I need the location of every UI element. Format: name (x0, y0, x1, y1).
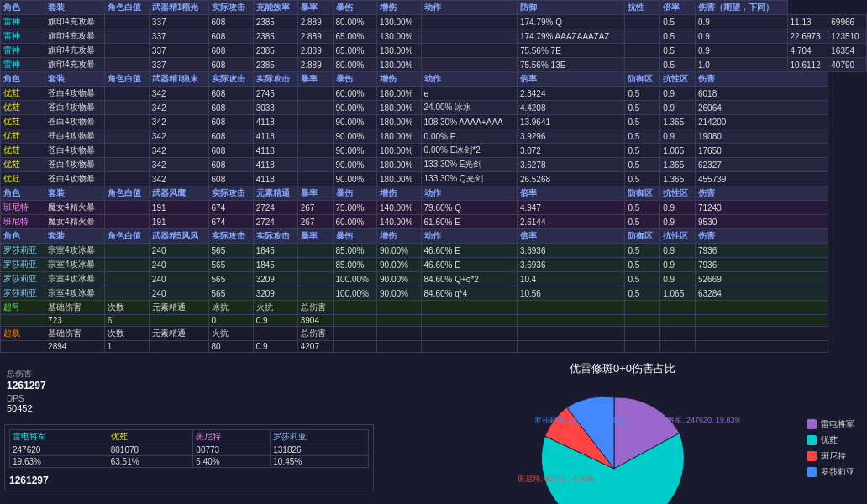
table-row: 优荭 苍白4攻物暴 342 608 2745 60.00% 180.00% e … (1, 87, 867, 101)
total-dmg-value: 1261297 (7, 380, 371, 391)
grand-total: 1261297 (9, 475, 369, 486)
skill-row-2-data: 2894 1 80 0.9 4207 (1, 341, 867, 353)
char-pct-row: 19.63% 63.51% 6.40% 10.45% (10, 456, 369, 468)
table-row: 雷神 旗印4充攻暴 337 608 2385 2.889 65.00% 130.… (1, 44, 867, 58)
char-stats-table: 雷电将军 优荭 斑尼特 罗莎莉亚 247620 801078 80773 131… (9, 429, 369, 468)
col-atk: 实际攻击 (208, 1, 253, 15)
right-chart: 优雷修斑0+0伤害占比 (378, 357, 867, 504)
main-container: 角色 套装 角色白值 武器精1稻光 实际攻击 充能效率 暴率 暴伤 增伤 动作 … (0, 0, 867, 504)
table-row: 班尼特 魔女4精火暴 191 674 2724 267 75.00% 140.0… (1, 201, 867, 215)
col-crit-rate: 暴率 (297, 1, 333, 15)
total-dmg-label: 总伤害 (7, 368, 371, 380)
col-multiplier: 倍率 (660, 1, 696, 15)
table-row: 优荭 苍白4攻物暴 342 608 4118 90.00% 180.00% 10… (1, 115, 867, 129)
col-def: 防御 (517, 1, 624, 15)
skill-row-1-data: 723 6 0 0.9 3904 (1, 315, 867, 327)
table-row: 雷神 旗印4充攻暴 337 608 2385 2.889 80.00% 130.… (1, 15, 867, 29)
pie-label-ban: 斑尼特, 80773，6.40% (518, 475, 595, 483)
pie-chart-svg: 罗莎莉亚, 131826，10.45% 雷电将军, 247620, 19.63%… (505, 385, 740, 504)
legend-color-you (807, 435, 817, 445)
legend-color-lei (807, 419, 817, 429)
col-dmg-bonus: 增伤 (377, 1, 422, 15)
char-values-row: 247620 801078 80773 131826 (10, 444, 369, 456)
table-row: 罗莎莉亚 宗室4攻冰暴 240 565 1845 85.00% 90.00% 4… (1, 244, 867, 258)
col-weapon: 武器精1稻光 (149, 1, 208, 15)
table-row: 优荭 苍白4攻物暴 342 608 3033 90.00% 180.00% 24… (1, 101, 867, 115)
bottom-section: 总伤害 1261297 DPS 50452 雷电将军 优荭 斑尼特 罗莎莉亚 2… (0, 357, 867, 504)
legend-item-luo: 罗莎莉亚 (807, 466, 854, 478)
chart-title: 优雷修斑0+0伤害占比 (382, 361, 863, 376)
table-row: 罗莎莉亚 宗室4攻冰暴 240 565 3209 100.00% 90.00% … (1, 286, 867, 301)
table-row: 班尼特 魔女4精火暴 191 674 2724 267 60.00% 140.0… (1, 215, 867, 229)
data-table: 角色 套装 角色白值 武器精1稻光 实际攻击 充能效率 暴率 暴伤 增伤 动作 … (0, 0, 867, 353)
dps-value: 50452 (7, 403, 371, 413)
table-row: 优荭 苍白4攻物暴 342 608 4118 90.00% 180.00% 0.… (1, 129, 867, 144)
pie-label-lei: 雷电将军, 247620, 19.63% (652, 416, 740, 424)
col-crit-dmg: 暴伤 (333, 1, 377, 15)
table-row: 雷神 旗印4充攻暴 337 608 2385 2.889 80.00% 130.… (1, 58, 867, 72)
col-res: 抗性 (625, 1, 660, 15)
legend-label-you: 优荭 (821, 434, 838, 446)
col-charge: 充能效率 (253, 1, 297, 15)
dps-label: DPS (7, 394, 371, 403)
col-role: 角色 (1, 1, 45, 15)
table-row: 罗莎莉亚 宗室4攻冰暴 240 565 1845 85.00% 90.00% 4… (1, 258, 867, 272)
chart-legend: 雷电将军 优荭 斑尼特 罗莎莉亚 (807, 418, 854, 482)
table-row: 雷神 旗印4充攻暴 337 608 2385 2.889 65.00% 130.… (1, 29, 867, 44)
legend-label-luo: 罗莎莉亚 (821, 466, 854, 478)
legend-item-you: 优荭 (807, 434, 854, 446)
table-row: 罗莎莉亚 宗室4攻冰暴 240 565 3209 100.00% 90.00% … (1, 272, 867, 286)
table-row: 优荭 苍白4攻物暴 342 608 4118 90.00% 180.00% 13… (1, 158, 867, 172)
table-row: 优荭 苍白4攻物暴 342 608 4118 90.00% 180.00% 0.… (1, 144, 867, 158)
char-stats-container: 雷电将军 优荭 斑尼特 罗莎莉亚 247620 801078 80773 131… (4, 424, 374, 491)
legend-item-ban: 斑尼特 (807, 450, 854, 462)
skill-row-1: 超号 基础伤害 次数 元素精通 冰抗 火抗 总伤害 (1, 301, 867, 315)
col-action: 动作 (421, 1, 517, 15)
total-dmg-section: 总伤害 1261297 DPS 50452 (4, 365, 374, 416)
col-base: 角色白值 (104, 1, 149, 15)
section-header-3: 角色 套装 角色白值 武器风鹰 实际攻击 元素精通 暴率 暴伤 增伤 动作 倍率… (1, 186, 867, 201)
skill-row-2: 超载 基础伤害 次数 元素精通 火抗 总伤害 (1, 327, 867, 341)
pie-chart-container: 罗莎莉亚, 131826，10.45% 雷电将军, 247620, 19.63%… (382, 385, 863, 504)
left-stats: 总伤害 1261297 DPS 50452 雷电将军 优荭 斑尼特 罗莎莉亚 2… (0, 357, 378, 504)
pie-label-luo: 罗莎莉亚, 131826，10.45% (534, 416, 628, 424)
col-suit: 套装 (45, 1, 105, 15)
legend-label-lei: 雷电将军 (821, 418, 854, 430)
legend-label-ban: 斑尼特 (821, 450, 846, 462)
legend-color-luo (807, 467, 817, 477)
legend-color-ban (807, 451, 817, 461)
section-header-4: 角色 套装 角色白值 武器精5风风 实际攻击 实际攻击 暴率 暴伤 增伤 动作 … (1, 229, 867, 244)
col-damage: 伤害（期望，下同） (695, 1, 787, 15)
section-header-2: 角色 套装 角色白值 武器精1狼末 实际攻击 实际攻击 暴率 暴伤 增伤 动作 … (1, 72, 867, 87)
table-row: 优荭 苍白4攻物暴 342 608 4118 90.00% 180.00% 13… (1, 172, 867, 186)
section-header-1: 角色 套装 角色白值 武器精1稻光 实际攻击 充能效率 暴率 暴伤 增伤 动作 … (1, 1, 867, 15)
char-stats-header-row: 雷电将军 优荭 斑尼特 罗莎莉亚 (10, 430, 369, 444)
legend-item-lei: 雷电将军 (807, 418, 854, 430)
